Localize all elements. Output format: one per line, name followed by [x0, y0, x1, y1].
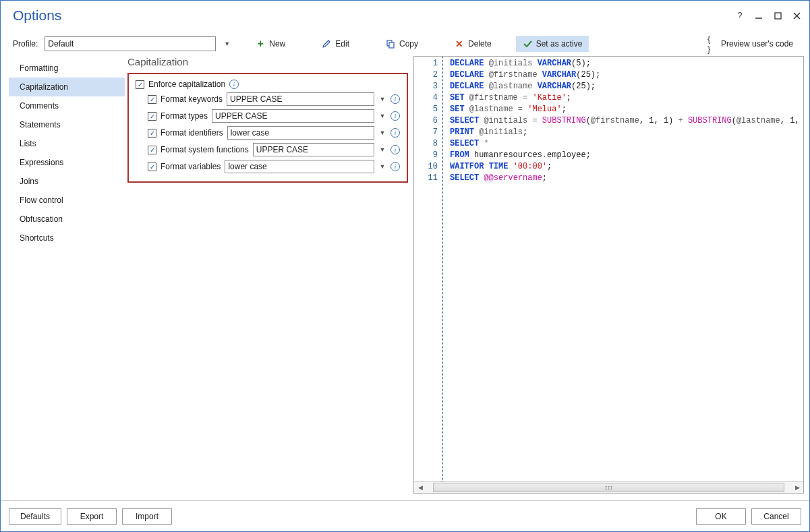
- bottom-bar: Defaults Export Import OK Cancel: [1, 500, 809, 531]
- window-title: Options: [13, 7, 61, 24]
- toolbar: Profile: Default ▼ + New Edit Copy ✕ Del…: [13, 34, 800, 53]
- chevron-down-icon[interactable]: ▼: [224, 40, 230, 47]
- preview-label: Preview user's code: [721, 39, 793, 49]
- select-value: UPPER CASE: [230, 94, 282, 104]
- edit-button[interactable]: Edit: [315, 36, 356, 52]
- row-select[interactable]: UPPER CASE: [212, 109, 374, 123]
- plus-icon: +: [256, 39, 265, 49]
- chevron-down-icon[interactable]: ▼: [378, 163, 386, 170]
- sidebar-item-flow-control[interactable]: Flow control: [9, 191, 125, 210]
- delete-icon: ✕: [455, 39, 464, 49]
- profile-value: Default: [48, 39, 74, 49]
- format-row: ✓Format system functionsUPPER CASE▼i: [136, 143, 400, 156]
- panel-body: ✓ Enforce capitalization i ✓Format keywo…: [127, 73, 408, 183]
- code-body: 1234567891011 DECLARE @initials VARCHAR(…: [414, 57, 803, 481]
- sidebar-item-comments[interactable]: Comments: [9, 96, 125, 115]
- sidebar-item-formatting[interactable]: Formatting: [9, 59, 125, 78]
- enforce-checkbox[interactable]: ✓: [136, 80, 144, 89]
- enforce-row: ✓ Enforce capitalization i: [136, 80, 400, 89]
- maximize-icon[interactable]: [773, 11, 782, 20]
- sidebar-item-shortcuts[interactable]: Shortcuts: [9, 229, 125, 247]
- row-select[interactable]: lower case: [225, 160, 374, 173]
- line-gutter: 1234567891011: [414, 57, 442, 481]
- format-row: ✓Format variableslower case▼i: [136, 160, 400, 173]
- copy-icon: [386, 39, 395, 49]
- row-select[interactable]: lower case: [227, 126, 374, 140]
- select-value: lower case: [228, 162, 266, 171]
- copy-label: Copy: [399, 39, 418, 49]
- set-active-label: Set as active: [536, 39, 583, 49]
- svg-rect-5: [389, 42, 394, 48]
- row-checkbox[interactable]: ✓: [148, 129, 156, 138]
- sidebar-item-expressions[interactable]: Expressions: [9, 153, 125, 172]
- chevron-down-icon[interactable]: ▼: [378, 146, 386, 153]
- chevron-down-icon[interactable]: ▼: [378, 129, 386, 136]
- delete-label: Delete: [468, 39, 492, 49]
- defaults-button[interactable]: Defaults: [9, 508, 61, 525]
- delete-button[interactable]: ✕ Delete: [448, 36, 498, 52]
- code-preview: 1234567891011 DECLARE @initials VARCHAR(…: [413, 56, 804, 494]
- sidebar: FormattingCapitalizationCommentsStatemen…: [9, 59, 125, 247]
- row-checkbox[interactable]: ✓: [148, 112, 156, 121]
- scroll-left-icon[interactable]: ◀: [415, 484, 425, 491]
- chevron-down-icon[interactable]: ▼: [378, 96, 386, 102]
- horizontal-scrollbar[interactable]: ◀ ɪɪɪ ▶: [414, 481, 803, 493]
- new-label: New: [269, 39, 285, 49]
- row-checkbox[interactable]: ✓: [148, 95, 156, 104]
- pencil-icon: [322, 39, 331, 49]
- sidebar-item-capitalization[interactable]: Capitalization: [9, 78, 125, 96]
- check-icon: [523, 39, 532, 49]
- scroll-thumb[interactable]: ɪɪɪ: [433, 483, 784, 492]
- import-button[interactable]: Import: [122, 508, 172, 525]
- row-label: Format system functions: [161, 145, 249, 154]
- info-icon[interactable]: i: [390, 162, 400, 171]
- info-icon[interactable]: i: [229, 80, 239, 89]
- window-buttons: ?: [735, 11, 801, 20]
- sidebar-item-joins[interactable]: Joins: [9, 172, 125, 191]
- row-label: Format identifiers: [161, 128, 223, 138]
- copy-button[interactable]: Copy: [379, 36, 425, 52]
- scroll-right-icon[interactable]: ▶: [792, 484, 802, 491]
- braces-icon: { }: [707, 39, 717, 49]
- info-icon[interactable]: i: [390, 94, 400, 104]
- row-checkbox[interactable]: ✓: [148, 162, 156, 171]
- capitalization-panel: Capitalization ✓ Enforce capitalization …: [127, 56, 408, 183]
- row-select[interactable]: UPPER CASE: [253, 143, 374, 156]
- row-select[interactable]: UPPER CASE: [227, 92, 374, 106]
- select-value: UPPER CASE: [215, 111, 267, 121]
- chevron-down-icon[interactable]: ▼: [378, 113, 386, 119]
- titlebar: Options ?: [1, 1, 809, 30]
- format-row: ✓Format typesUPPER CASE▼i: [136, 109, 400, 123]
- enforce-label: Enforce capitalization: [148, 80, 225, 89]
- export-button[interactable]: Export: [67, 508, 117, 525]
- format-row: ✓Format identifierslower case▼i: [136, 126, 400, 140]
- sidebar-item-statements[interactable]: Statements: [9, 115, 125, 134]
- info-icon[interactable]: i: [390, 128, 400, 138]
- close-icon[interactable]: [792, 11, 801, 20]
- edit-label: Edit: [335, 39, 349, 49]
- cancel-button[interactable]: Cancel: [751, 508, 801, 525]
- profile-label: Profile:: [13, 39, 38, 49]
- sidebar-item-obfuscation[interactable]: Obfuscation: [9, 210, 125, 229]
- minimize-icon[interactable]: [754, 11, 763, 20]
- svg-rect-1: [775, 13, 781, 19]
- row-label: Format variables: [161, 162, 221, 171]
- info-icon[interactable]: i: [390, 145, 400, 154]
- set-active-button[interactable]: Set as active: [516, 36, 589, 52]
- ok-button[interactable]: OK: [696, 508, 746, 525]
- profile-select[interactable]: Default: [45, 36, 216, 51]
- row-label: Format types: [161, 111, 208, 121]
- row-checkbox[interactable]: ✓: [148, 146, 156, 154]
- new-button[interactable]: + New: [249, 36, 292, 52]
- format-row: ✓Format keywordsUPPER CASE▼i: [136, 92, 400, 106]
- row-label: Format keywords: [161, 94, 223, 104]
- select-value: UPPER CASE: [256, 145, 308, 154]
- sidebar-item-lists[interactable]: Lists: [9, 134, 125, 153]
- help-icon[interactable]: ?: [735, 11, 745, 20]
- select-value: lower case: [231, 128, 269, 138]
- info-icon[interactable]: i: [390, 111, 400, 121]
- panel-title: Capitalization: [127, 56, 408, 67]
- preview-button[interactable]: { } Preview user's code: [701, 36, 800, 52]
- code-content[interactable]: DECLARE @initials VARCHAR(5);DECLARE @fi…: [442, 57, 803, 481]
